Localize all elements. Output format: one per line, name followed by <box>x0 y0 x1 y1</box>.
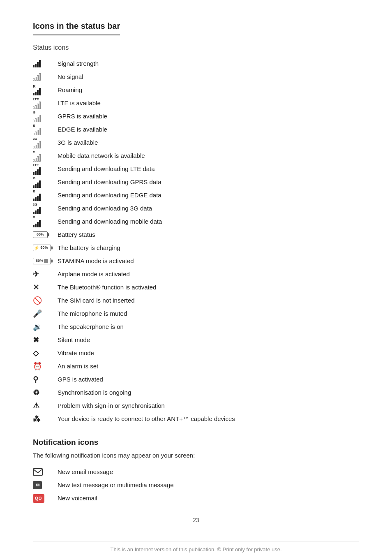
desc-3g-active: Sending and downloading 3G data <box>58 204 359 213</box>
list-item: LTE LTE is available <box>33 97 359 109</box>
desc-no-signal: No signal <box>58 72 359 82</box>
list-item: 3G 3G is available <box>33 136 359 149</box>
list-item: ⁂ Your device is ready to connect to oth… <box>33 413 359 425</box>
desc-3g-available: 3G is available <box>58 138 359 148</box>
desc-speakerphone: The speakerphone is on <box>58 322 359 332</box>
speakerphone-icon: 🔉 <box>33 321 58 333</box>
icon-lte-available: LTE <box>33 98 58 109</box>
icon-3g-active: 3G <box>33 203 58 214</box>
desc-mic-mute: The microphone is muted <box>58 309 359 319</box>
notification-section-title: Notification icons <box>33 437 359 449</box>
notification-subtitle: The following notification icons may app… <box>33 451 359 460</box>
list-item: 🚫 The SIM card is not inserted <box>33 294 359 307</box>
list-item: ⚲ GPS is activated <box>33 373 359 386</box>
desc-mobile-active: Sending and downloading mobile data <box>58 217 359 227</box>
list-item: ✈ Airplane mode is activated <box>33 268 359 280</box>
list-item: G Sending and downloading GPRS data <box>33 176 359 188</box>
list-item: ⏰ An alarm is set <box>33 360 359 372</box>
list-item: ◇ Vibrate mode <box>33 347 359 359</box>
list-item: New email message <box>33 466 359 478</box>
list-item: LTE Sending and downloading LTE data <box>33 163 359 175</box>
email-icon <box>33 468 58 476</box>
icon-edge-active: E <box>33 190 58 201</box>
desc-lte-available: LTE is available <box>58 99 359 108</box>
list-item: E EDGE is available <box>33 123 359 136</box>
list-item: ♻ Synchronisation is ongoing <box>33 386 359 399</box>
footer-text: This is an Internet version of this publ… <box>33 541 359 554</box>
desc-silent-mode: Silent mode <box>58 335 359 345</box>
sync-icon: ♻ <box>33 387 58 398</box>
list-item: G GPRS is available <box>33 110 359 123</box>
gps-icon: ⚲ <box>33 374 58 385</box>
desc-sync: Synchronisation is ongoing <box>58 388 359 398</box>
ant-icon: ⁂ <box>33 414 58 425</box>
icon-battery-stamina: 60% <box>33 258 58 264</box>
airplane-mode-icon: ✈ <box>33 269 58 280</box>
list-item: No signal <box>33 71 359 83</box>
desc-lte-active: Sending and downloading LTE data <box>58 164 359 174</box>
desc-vibrate-mode: Vibrate mode <box>58 349 359 358</box>
list-item: QO New voicemail <box>33 492 359 504</box>
list-item: 🔉 The speakerphone is on <box>33 321 359 333</box>
list-item: 3G Sending and downloading 3G data <box>33 202 359 215</box>
sync-problem-icon: ⚠ <box>33 400 58 412</box>
status-section-title: Status icons <box>33 43 359 53</box>
icon-signal-strength <box>33 60 58 67</box>
desc-sms: New text message or multimedia message <box>58 481 359 490</box>
desc-edge-active: Sending and downloading EDGE data <box>58 191 359 200</box>
sim-missing-icon: 🚫 <box>33 295 58 306</box>
desc-sim-missing: The SIM card is not inserted <box>58 296 359 305</box>
desc-gprs-active: Sending and downloading GPRS data <box>58 178 359 187</box>
list-item: E Sending and downloading EDGE data <box>33 189 359 201</box>
icon-battery-status: 60% <box>33 231 58 238</box>
desc-email: New email message <box>58 467 359 477</box>
list-item: ✕ The Bluetooth® function is activated <box>33 281 359 294</box>
silent-mode-icon: ✖ <box>33 335 58 346</box>
desc-alarm: An alarm is set <box>58 362 359 371</box>
desc-roaming: Roaming <box>58 86 359 95</box>
voicemail-icon: QO <box>33 494 58 503</box>
desc-voicemail: New voicemail <box>58 494 359 503</box>
desc-signal-strength: Signal strength <box>58 59 359 69</box>
icon-mobile-active: ⠿ <box>33 216 58 227</box>
status-icon-list: Signal strength No signal R Roaming <box>33 58 359 425</box>
desc-gps: GPS is activated <box>58 375 359 384</box>
icon-roaming: R <box>33 85 58 95</box>
desc-mobile-available: Mobile data network is available <box>58 151 359 161</box>
list-item: R Roaming <box>33 84 359 96</box>
desc-gprs-available: GPRS is available <box>58 112 359 121</box>
icon-mobile-available: :: <box>33 150 58 162</box>
desc-bluetooth: The Bluetooth® function is activated <box>58 283 359 292</box>
bluetooth-icon: ✕ <box>33 282 58 293</box>
alarm-icon: ⏰ <box>33 361 58 372</box>
page-number: 23 <box>33 516 359 525</box>
desc-battery-stamina: STAMINA mode is activated <box>58 257 359 266</box>
icon-gprs-available: G <box>33 111 58 122</box>
list-item: 60% The battery is charging <box>33 242 359 254</box>
desc-ant: Your device is ready to connect to other… <box>58 414 359 424</box>
desc-edge-available: EDGE is available <box>58 125 359 134</box>
list-item: ⚠ Problem with sign-in or synchronisatio… <box>33 400 359 412</box>
icon-lte-active: LTE <box>33 164 58 175</box>
icon-edge-available: E <box>33 124 58 135</box>
desc-battery-status: Battery status <box>58 230 359 240</box>
desc-sync-problem: Problem with sign-in or synchronisation <box>58 401 359 411</box>
list-item: Signal strength <box>33 58 359 70</box>
page-title: Icons in the status bar <box>33 20 120 35</box>
list-item: ✉ New text message or multimedia message <box>33 479 359 491</box>
page: Icons in the status bar Status icons Sig… <box>0 0 392 555</box>
icon-battery-charging: 60% <box>33 245 58 251</box>
list-item: ✖ Silent mode <box>33 334 359 346</box>
sms-icon: ✉ <box>33 481 58 489</box>
desc-battery-charging: The battery is charging <box>58 243 359 253</box>
mic-mute-icon: 🎤 <box>33 308 58 319</box>
notification-icon-list: New email message ✉ New text message or … <box>33 466 359 504</box>
vibrate-mode-icon: ◇ <box>33 348 58 359</box>
list-item: :: Mobile data network is available <box>33 150 359 162</box>
icon-no-signal <box>33 73 58 81</box>
list-item: 60% Battery status <box>33 229 359 241</box>
icon-3g-available: 3G <box>33 137 58 148</box>
list-item: 60% STAMINA mode is activated <box>33 255 359 267</box>
icon-gprs-active: G <box>33 177 58 188</box>
list-item: ⠿ Sending and downloading mobile data <box>33 215 359 228</box>
